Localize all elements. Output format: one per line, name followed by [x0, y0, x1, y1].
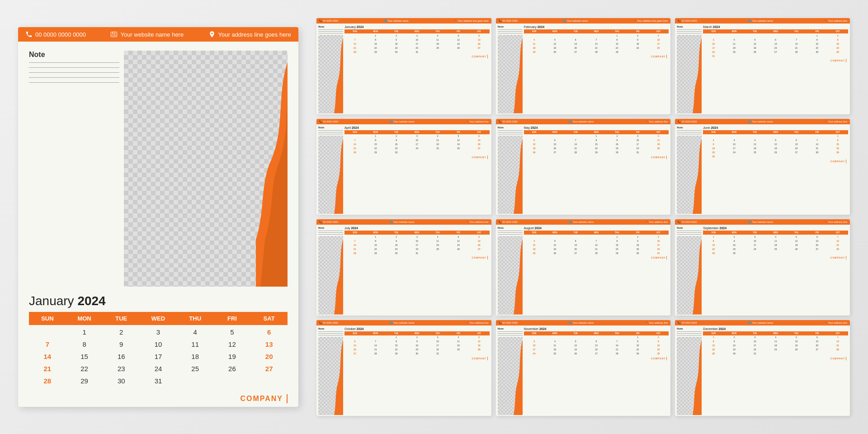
header-sat: SAT — [250, 314, 288, 323]
day-3: 3 — [140, 326, 177, 338]
small-month-title-mar: March 2024 — [703, 25, 848, 28]
header-sun: SUN — [29, 314, 66, 323]
day-18: 18 — [177, 350, 214, 363]
address-icon — [208, 31, 216, 38]
large-weekday-header: SUN MON TUE WED THU FRI SAT — [29, 312, 288, 325]
small-month-title-oct: October 2024 — [344, 327, 490, 330]
large-calendar: 00 0000 0000 0000 Your website name here… — [18, 27, 298, 407]
day-24: 24 — [140, 363, 177, 375]
day-23: 23 — [103, 363, 140, 375]
large-month-title: January 2024 — [29, 294, 288, 308]
small-cal-september: 📞 00 0000 0000 🌐 Your website name 📍 You… — [675, 219, 850, 316]
note-line-2 — [29, 67, 119, 68]
small-cal-october: 📞 00 0000 0000 🌐 Your website name 📍 You… — [316, 320, 491, 416]
company-name: COMPANY — [240, 395, 283, 403]
company-divider — [287, 394, 288, 403]
header-fri: FRI — [214, 314, 251, 323]
phone-number: 00 0000 0000 0000 — [35, 31, 86, 38]
svg-rect-0 — [111, 32, 117, 37]
large-cal-header: 00 0000 0000 0000 Your website name here… — [18, 27, 298, 42]
header-thu: THU — [177, 314, 214, 323]
small-month-title-sep: September 2024 — [703, 226, 848, 230]
day-5: 5 — [214, 326, 251, 338]
header-tue: TUE — [103, 314, 140, 323]
phone-icon — [25, 31, 33, 38]
address-text: Your address line goes here — [218, 31, 291, 38]
day-1: 1 — [66, 326, 103, 338]
svg-rect-4 — [112, 35, 117, 35]
small-cal-body-jan: Note January 2024 SUNMONTUEWEDTHUFRISAT — [316, 24, 491, 114]
header-mon: MON — [66, 314, 103, 323]
main-container: 00 0000 0000 0000 Your website name here… — [0, 0, 868, 434]
large-cal-body: Note — [18, 42, 298, 294]
note-line-4 — [29, 77, 119, 78]
svg-rect-3 — [114, 34, 115, 34]
day-14: 14 — [29, 350, 66, 363]
small-cal-march: 📞 00 0000 0000 🌐 Your website name 📍 You… — [675, 18, 850, 114]
day-16: 16 — [103, 350, 140, 363]
address-info: Your address line goes here — [208, 31, 291, 38]
day-9: 9 — [103, 338, 140, 350]
website-name: Your website name here — [120, 31, 184, 38]
day-13: 13 — [250, 338, 288, 350]
website-icon — [110, 31, 118, 38]
small-cal-july: 📞 00 0000 0000 🌐 Your website name 📍 You… — [316, 219, 491, 316]
small-month-title-jun: June 2024 — [703, 126, 848, 129]
large-cal-month-section: January 2024 SUN MON TUE WED THU FRI SAT… — [18, 294, 298, 391]
large-cal-left: Note — [29, 51, 119, 287]
day-25: 25 — [177, 363, 214, 375]
day-8: 8 — [66, 338, 103, 350]
small-cal-february: 📞 00 0000 0000 🌐 Your website name 📍 You… — [496, 18, 671, 114]
day-30: 30 — [103, 375, 140, 387]
day-27: 27 — [250, 363, 288, 375]
small-cal-december: 📞 00 0000 0000 🌐 Your website name 📍 You… — [675, 320, 850, 416]
small-cal-november: 📞 00 0000 0000 🌐 Your website name 📍 You… — [496, 320, 671, 416]
note-line-3 — [29, 72, 119, 73]
website-info: Your website name here — [110, 31, 184, 38]
day-empty — [29, 326, 66, 338]
header-wed: WED — [140, 314, 177, 323]
day-6: 6 — [250, 326, 288, 338]
day-e3 — [250, 375, 288, 387]
small-cal-header-feb: 📞 00 0000 0000 🌐 Your website name 📍 You… — [496, 18, 671, 24]
small-month-title-jan: January 2024 — [344, 25, 490, 28]
small-month-title-may: May 2024 — [524, 126, 669, 129]
note-label: Note — [29, 51, 119, 59]
svg-point-1 — [112, 33, 113, 34]
small-cal-august: 📞 00 0000 0000 🌐 Your website name 📍 You… — [496, 219, 671, 316]
day-4: 4 — [177, 326, 214, 338]
day-21: 21 — [29, 363, 66, 375]
small-month-title-jul: July 2024 — [344, 226, 490, 230]
small-ribbon-jan — [334, 35, 343, 113]
day-20: 20 — [250, 350, 288, 363]
day-19: 19 — [214, 350, 251, 363]
day-e2 — [214, 375, 251, 387]
small-month-title-aug: August 2024 — [524, 226, 669, 230]
small-cal-april: 📞 00 0000 0000 🌐 Your website name 📍 You… — [316, 119, 491, 215]
small-calendars-grid: 📞 00 0000 0000 🌐 Your website name 📍 You… — [316, 18, 850, 416]
day-28: 28 — [29, 375, 66, 387]
small-month-title-dec: December 2024 — [703, 327, 848, 330]
small-month-title-apr: April 2024 — [344, 126, 490, 129]
small-month-title-nov: November 2024 — [524, 327, 669, 330]
day-7: 7 — [29, 338, 66, 350]
small-month-title-feb: February 2024 — [524, 25, 669, 28]
day-31: 31 — [140, 375, 177, 387]
note-line-5 — [29, 82, 119, 83]
day-2: 2 — [103, 326, 140, 338]
note-line-1 — [29, 62, 119, 63]
cal-footer: COMPANY — [18, 391, 298, 407]
large-cal-grid-body: 1 2 3 4 5 6 7 8 9 10 11 12 13 14 15 16 1… — [29, 326, 288, 387]
svg-rect-2 — [114, 33, 116, 33]
small-cal-june: 📞 00 0000 0000 🌐 Your website name 📍 You… — [675, 119, 850, 215]
day-11: 11 — [177, 338, 214, 350]
day-29: 29 — [66, 375, 103, 387]
small-cal-january: 📞 00 0000 0000 🌐 Your website name 📍 You… — [316, 18, 491, 114]
day-10: 10 — [140, 338, 177, 350]
note-section: Note — [29, 51, 119, 87]
day-12: 12 — [214, 338, 251, 350]
day-22: 22 — [66, 363, 103, 375]
day-15: 15 — [66, 350, 103, 363]
small-cal-header-jan: 📞 00 0000 0000 🌐 Your website name 📍 You… — [316, 18, 491, 24]
large-cal-right — [124, 51, 288, 287]
